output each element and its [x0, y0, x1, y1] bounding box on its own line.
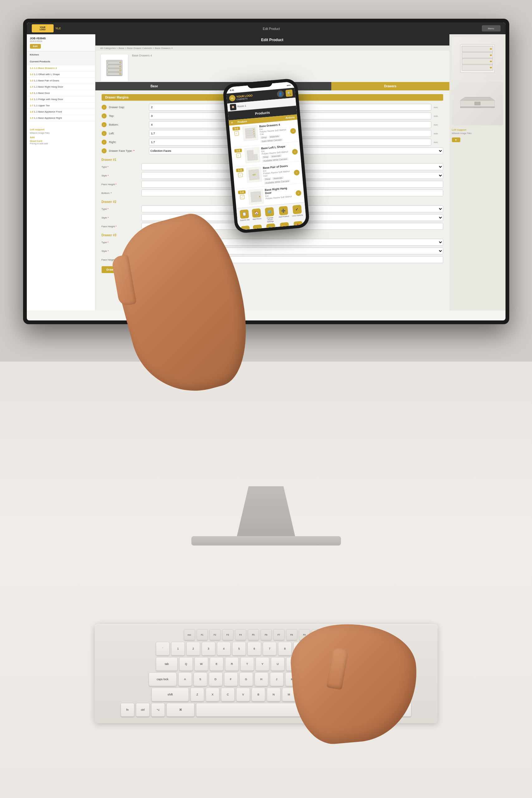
- key-5[interactable]: 5: [232, 642, 246, 656]
- key-8[interactable]: 8: [278, 642, 292, 656]
- tag-materials-3: Materials: [272, 176, 284, 180]
- sidebar-product-1[interactable]: 1-1 1.1 Base Drawers 4: [27, 65, 95, 71]
- svg-rect-34: [247, 151, 253, 155]
- key-t[interactable]: T: [240, 657, 254, 671]
- key-r[interactable]: R: [225, 657, 239, 671]
- label-bottom: Bottom:: [109, 123, 147, 126]
- key-6[interactable]: 6: [247, 642, 261, 656]
- key-f6[interactable]: F6: [261, 629, 272, 640]
- sidebar-product-7[interactable]: 1-7 1.1 Upper Tier: [27, 102, 95, 109]
- tool-label-change-room: Change Room Settings: [264, 216, 276, 223]
- key-f5[interactable]: F5: [248, 629, 259, 640]
- tool-add-room[interactable]: 🏠 Add Room: [251, 208, 262, 224]
- key-f8[interactable]: F8: [286, 629, 297, 640]
- drawer2-height-label: Face Height *: [101, 225, 139, 228]
- sidebar-product-6[interactable]: 1-6 1.1 Fridge with Hang Door: [27, 96, 95, 102]
- ppr-image-1: [242, 125, 258, 141]
- key-option-l[interactable]: ⌥: [151, 703, 165, 717]
- key-tab[interactable]: tab: [156, 657, 178, 671]
- label-right: Right:: [109, 140, 147, 144]
- key-ctrl[interactable]: ctrl: [136, 703, 150, 717]
- tool-cart[interactable]: 🛒 Cart: [241, 226, 251, 230]
- key-caps[interactable]: caps lock: [149, 672, 177, 686]
- key-g[interactable]: G: [239, 672, 253, 686]
- ppr-chevron-1[interactable]: ›: [290, 128, 296, 134]
- key-h[interactable]: H: [254, 672, 268, 686]
- ppr-check-1[interactable]: ✓: [234, 131, 239, 136]
- sidebar-product-2[interactable]: 1-2 1.1 Offset with L Shape: [27, 71, 95, 78]
- sidebar-product-9[interactable]: 1-9 1.1 Base Appliance Right: [27, 115, 95, 121]
- screen-header: YOURLOGO YLC Edit Product Menu: [27, 22, 506, 34]
- key-s[interactable]: S: [193, 672, 207, 686]
- key-v[interactable]: V: [236, 688, 250, 701]
- tool-change-room[interactable]: ⚙️ Change Room Settings: [263, 207, 276, 223]
- key-3[interactable]: 3: [202, 642, 215, 656]
- key-f4[interactable]: F4: [235, 629, 246, 640]
- photo-next-btn[interactable]: ►: [452, 137, 461, 142]
- key-n[interactable]: N: [267, 688, 281, 701]
- key-1[interactable]: 1: [171, 642, 185, 656]
- ppr-badge-4: 1-4: [238, 190, 246, 194]
- key-f7[interactable]: F7: [273, 629, 285, 640]
- key-f2[interactable]: F2: [209, 629, 221, 640]
- svg-point-6: [119, 66, 120, 67]
- sidebar-product-8[interactable]: 1-8 1.1 Base Appliance Front: [27, 109, 95, 115]
- ppr-check-4[interactable]: ✓: [240, 195, 244, 200]
- key-q[interactable]: Q: [179, 657, 193, 671]
- ppr-check-3[interactable]: ✓: [238, 173, 243, 177]
- key-f[interactable]: F: [224, 672, 238, 686]
- photo-label-files: Millwork Image Files: [452, 132, 503, 134]
- ppr-chevron-3[interactable]: ›: [293, 170, 300, 176]
- ppr-chevron-4[interactable]: ›: [296, 190, 302, 196]
- monitor-base: [191, 536, 341, 546]
- product-svg-2: [246, 149, 258, 161]
- key-b[interactable]: B: [251, 688, 265, 701]
- key-x[interactable]: X: [206, 688, 220, 701]
- sidebar-product-4[interactable]: 1-4 1.1 Base Right Hang Door: [27, 84, 95, 90]
- key-u[interactable]: U: [271, 657, 285, 671]
- tool-submit-job[interactable]: 📋 Submit Job: [239, 209, 250, 225]
- key-7[interactable]: 7: [263, 642, 277, 656]
- key-esc[interactable]: esc: [184, 629, 195, 640]
- unit-left: mm: [434, 132, 443, 135]
- label-left: Left:: [109, 132, 147, 135]
- key-c[interactable]: C: [221, 688, 235, 701]
- key-d[interactable]: D: [209, 672, 223, 686]
- app-logo: YOURLOGO YLC: [32, 24, 61, 33]
- header-btn[interactable]: Menu: [482, 25, 500, 32]
- tool-icon-change-room: ⚙️: [265, 207, 274, 217]
- key-f1[interactable]: F1: [197, 629, 208, 640]
- key-z[interactable]: Z: [190, 688, 204, 701]
- sidebar-product-3[interactable]: 1-3 1.1 Base Pair of Doors: [27, 78, 95, 84]
- svg-rect-1: [108, 61, 121, 64]
- tool-add-product[interactable]: ➕ Add Product: [278, 206, 289, 222]
- phone-search-icon[interactable]: 🔍: [285, 90, 293, 97]
- ppr-check-2[interactable]: ✓: [236, 153, 241, 158]
- tool-less-options[interactable]: ✓ Less Options: [291, 205, 303, 221]
- phone-room-icon[interactable]: 🏠: [230, 103, 236, 110]
- key-a[interactable]: A: [178, 672, 192, 686]
- screen-page-title: Edit Product: [263, 27, 280, 31]
- ppr-num-col-2: 1-2 ✓: [233, 149, 243, 158]
- key-e[interactable]: E: [210, 657, 224, 671]
- sidebar-edit-button[interactable]: Edit: [30, 44, 41, 49]
- tool-label-add-product: Add Product: [279, 215, 289, 218]
- key-2[interactable]: 2: [186, 642, 200, 656]
- tab-base[interactable]: Base: [95, 82, 213, 90]
- key-4[interactable]: 4: [217, 642, 231, 656]
- status-time: 9:41: [229, 89, 234, 91]
- sidebar-product-5[interactable]: 1-5 1.1 Base Door: [27, 90, 95, 96]
- tool-hardware[interactable]: 🔧 Add Additional Hardware: [265, 223, 277, 230]
- key-shift-l[interactable]: shift: [151, 688, 189, 701]
- key-fn[interactable]: fn: [120, 703, 134, 717]
- tab-drawers[interactable]: Drawers: [331, 82, 450, 90]
- tool-favourites[interactable]: ★ Favourites: [253, 225, 263, 230]
- key-w[interactable]: W: [194, 657, 208, 671]
- key-y[interactable]: Y: [255, 657, 269, 671]
- key-cmd-l[interactable]: ⌘: [167, 703, 194, 717]
- ppr-chevron-2[interactable]: ›: [292, 149, 298, 155]
- key-j[interactable]: J: [270, 672, 284, 686]
- phone-profile-icon[interactable]: 👤: [277, 90, 284, 98]
- key-f3[interactable]: F3: [222, 629, 233, 640]
- key-backtick[interactable]: `: [156, 642, 170, 656]
